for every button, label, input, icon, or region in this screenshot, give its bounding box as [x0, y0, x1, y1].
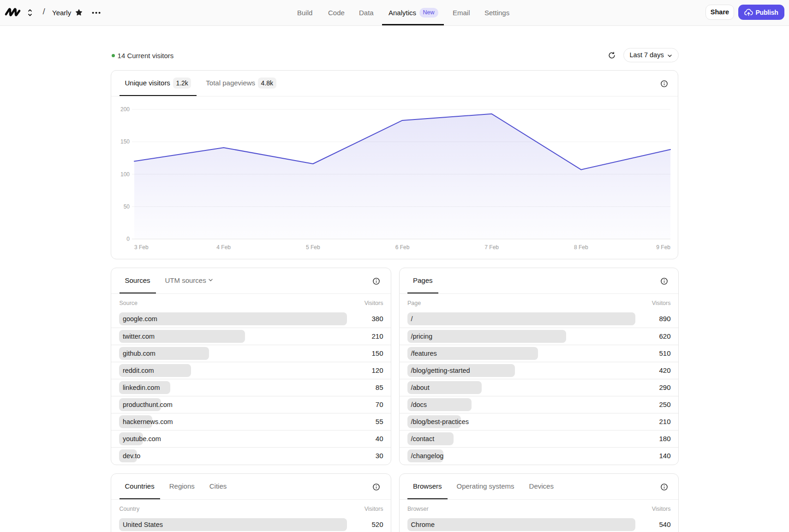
svg-text:8 Feb: 8 Feb	[574, 244, 588, 251]
svg-text:6 Feb: 6 Feb	[395, 244, 410, 251]
svg-text:0: 0	[126, 236, 130, 242]
svg-text:3 Feb: 3 Feb	[134, 244, 149, 251]
svg-text:50: 50	[124, 203, 130, 210]
svg-text:100: 100	[120, 171, 130, 178]
svg-text:5 Feb: 5 Feb	[306, 244, 320, 251]
svg-text:7 Feb: 7 Feb	[484, 244, 499, 251]
svg-text:9 Feb: 9 Feb	[656, 244, 670, 251]
svg-text:4 Feb: 4 Feb	[216, 244, 231, 251]
svg-text:200: 200	[120, 106, 130, 113]
svg-text:150: 150	[120, 138, 130, 145]
